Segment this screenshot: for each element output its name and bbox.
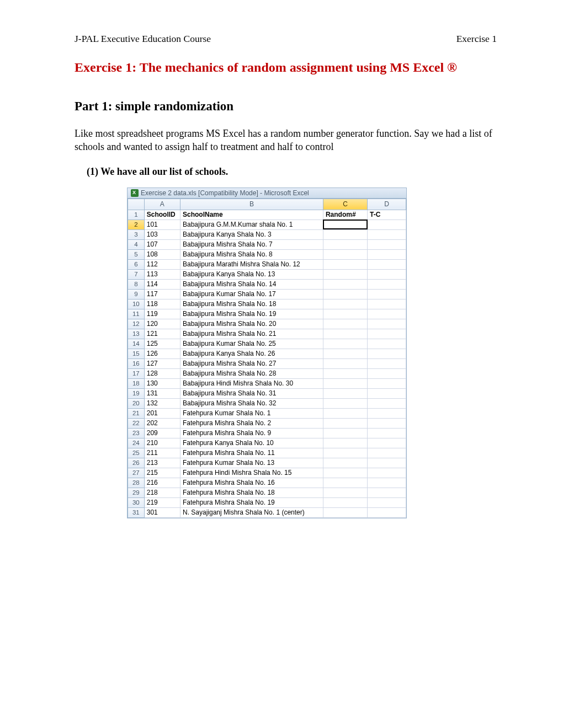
row-header[interactable]: 15 xyxy=(128,349,145,358)
row-header[interactable]: 2 xyxy=(128,220,145,229)
row-header[interactable]: 21 xyxy=(128,408,145,418)
cell[interactable]: 119 xyxy=(144,309,180,319)
row-header[interactable]: 25 xyxy=(128,448,145,458)
cell[interactable] xyxy=(323,269,367,279)
cell[interactable] xyxy=(323,299,367,309)
cell[interactable]: 210 xyxy=(144,438,180,448)
cell[interactable] xyxy=(323,319,367,329)
cell[interactable]: Babajipura Mishra Shala No. 14 xyxy=(180,279,323,289)
cell[interactable] xyxy=(323,329,367,339)
cell[interactable] xyxy=(323,418,367,428)
cell[interactable] xyxy=(368,408,406,418)
cell[interactable] xyxy=(368,468,406,478)
cell[interactable]: 120 xyxy=(144,319,180,329)
cell[interactable]: SchoolID xyxy=(144,210,180,220)
cell[interactable] xyxy=(323,458,367,468)
row-header[interactable]: 20 xyxy=(128,398,145,408)
cell[interactable]: Fatehpura Kumar Shala No. 13 xyxy=(180,458,323,468)
row-header[interactable]: 4 xyxy=(128,239,145,249)
cell[interactable]: 211 xyxy=(144,448,180,458)
cell[interactable] xyxy=(368,239,406,249)
cell[interactable]: Babajipura Mishra Shala No. 32 xyxy=(180,398,323,408)
cell[interactable] xyxy=(368,339,406,349)
cell[interactable] xyxy=(323,428,367,438)
cell[interactable] xyxy=(323,309,367,319)
row-header[interactable]: 28 xyxy=(128,478,145,488)
cell[interactable] xyxy=(368,497,406,507)
cell[interactable]: Babajipura Kumar Shala No. 17 xyxy=(180,289,323,299)
cell[interactable] xyxy=(323,398,367,408)
row-header[interactable]: 30 xyxy=(128,497,145,507)
cell[interactable]: 127 xyxy=(144,358,180,368)
cell[interactable] xyxy=(368,488,406,497)
cell[interactable]: 128 xyxy=(144,368,180,378)
cell[interactable]: 118 xyxy=(144,299,180,309)
cell[interactable] xyxy=(368,458,406,468)
cell[interactable]: N. Sayajiganj Mishra Shala No. 1 (center… xyxy=(180,507,323,517)
cell[interactable]: Babajipura Mishra Shala No. 20 xyxy=(180,319,323,329)
cell[interactable] xyxy=(368,428,406,438)
row-header[interactable]: 7 xyxy=(128,269,145,279)
row-header[interactable]: 1 xyxy=(128,210,145,220)
cell[interactable] xyxy=(368,368,406,378)
cell[interactable]: Babajipura Mishra Shala No. 28 xyxy=(180,368,323,378)
cell[interactable] xyxy=(368,299,406,309)
cell[interactable] xyxy=(323,478,367,488)
cell[interactable] xyxy=(323,249,367,259)
cell[interactable]: Babajipura Kanya Shala No. 13 xyxy=(180,269,323,279)
row-header[interactable]: 24 xyxy=(128,438,145,448)
cell[interactable]: T-C xyxy=(368,210,406,220)
row-header[interactable]: 6 xyxy=(128,259,145,269)
cell[interactable]: 201 xyxy=(144,408,180,418)
cell[interactable]: 301 xyxy=(144,507,180,517)
row-header[interactable]: 14 xyxy=(128,339,145,349)
cell[interactable]: Fatehpura Mishra Shala No. 16 xyxy=(180,478,323,488)
cell[interactable]: 213 xyxy=(144,458,180,468)
cell[interactable]: 209 xyxy=(144,428,180,438)
cell[interactable] xyxy=(368,478,406,488)
cell[interactable]: 121 xyxy=(144,329,180,339)
cell[interactable] xyxy=(368,229,406,239)
cell[interactable] xyxy=(323,408,367,418)
cell[interactable] xyxy=(323,229,367,239)
cell[interactable] xyxy=(323,388,367,398)
row-header[interactable]: 19 xyxy=(128,388,145,398)
cell[interactable]: Babajipura Hindi Mishra Shala No. 30 xyxy=(180,378,323,388)
cell[interactable] xyxy=(323,488,367,497)
cell[interactable]: Babajipura Kumar Shala No. 25 xyxy=(180,339,323,349)
cell[interactable]: Babajipura G.M.M.Kumar shala No. 1 xyxy=(180,220,323,229)
cell[interactable]: Fatehpura Kanya Shala No. 10 xyxy=(180,438,323,448)
cell[interactable]: 218 xyxy=(144,488,180,497)
cell[interactable] xyxy=(368,398,406,408)
cell[interactable] xyxy=(323,468,367,478)
row-header[interactable]: 31 xyxy=(128,507,145,517)
cell[interactable]: Fatehpura Mishra Shala No. 2 xyxy=(180,418,323,428)
cell[interactable]: Random# xyxy=(323,210,367,220)
row-header[interactable]: 9 xyxy=(128,289,145,299)
row-header[interactable]: 26 xyxy=(128,458,145,468)
cell[interactable] xyxy=(368,269,406,279)
cell[interactable] xyxy=(368,358,406,368)
row-header[interactable]: 5 xyxy=(128,249,145,259)
cell[interactable]: Babajipura Kanya Shala No. 3 xyxy=(180,229,323,239)
row-header[interactable]: 11 xyxy=(128,309,145,319)
cell[interactable]: 126 xyxy=(144,349,180,358)
column-header-B[interactable]: B xyxy=(180,199,323,210)
cell[interactable] xyxy=(323,239,367,249)
cell[interactable] xyxy=(368,319,406,329)
cell[interactable]: Fatehpura Hindi Mishra Shala No. 15 xyxy=(180,468,323,478)
row-header[interactable]: 12 xyxy=(128,319,145,329)
column-header-C[interactable]: C xyxy=(323,199,367,210)
cell[interactable] xyxy=(368,378,406,388)
cell[interactable]: Babajipura Mishra Shala No. 19 xyxy=(180,309,323,319)
cell[interactable]: 103 xyxy=(144,229,180,239)
cell[interactable] xyxy=(368,418,406,428)
select-all-corner[interactable] xyxy=(128,199,145,210)
row-header[interactable]: 23 xyxy=(128,428,145,438)
row-header[interactable]: 10 xyxy=(128,299,145,309)
cell[interactable]: Babajipura Mishra Shala No. 7 xyxy=(180,239,323,249)
cell[interactable]: Babajipura Mishra Shala No. 27 xyxy=(180,358,323,368)
cell[interactable]: 219 xyxy=(144,497,180,507)
row-header[interactable]: 17 xyxy=(128,368,145,378)
cell[interactable]: 130 xyxy=(144,378,180,388)
